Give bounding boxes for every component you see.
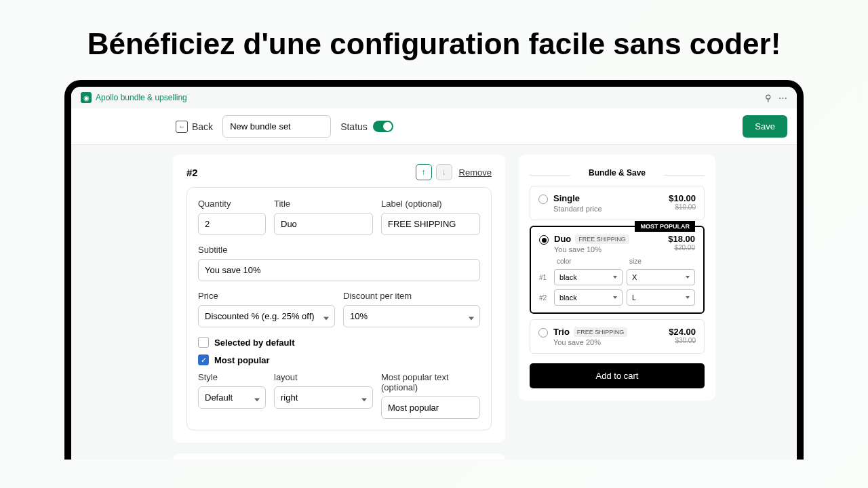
brand-icon: ◉ [81, 92, 92, 103]
option-price: $10.00 [669, 193, 696, 203]
option-old-price: $10.00 [669, 203, 696, 211]
popular-checkbox-label: Most popular [214, 355, 270, 365]
title-input[interactable] [274, 213, 373, 235]
label-label: Label (optional) [381, 199, 480, 209]
toolbar: ← Back Status Save [71, 108, 797, 145]
header-actions: ⚲ ⋯ [765, 93, 787, 103]
radio-icon [538, 195, 548, 204]
variant-index: #1 [539, 274, 550, 281]
bundle-card-2: #2 ↑ ↓ Remove Quantity Title Label (opti… [173, 155, 505, 443]
add-to-cart-button[interactable]: Add to cart [530, 363, 705, 388]
variant-size-select[interactable]: L [627, 289, 695, 306]
app-screen: ◉ Apollo bundle & upselling ⚲ ⋯ ← Back S… [71, 87, 797, 460]
status-label: Status [340, 121, 368, 132]
preview-card: Bundle & Save Single Standard price $10.… [519, 155, 715, 401]
save-button[interactable]: Save [743, 115, 787, 138]
variant-color-select[interactable]: black [554, 289, 623, 306]
more-icon[interactable]: ⋯ [778, 93, 787, 103]
option-name: Single [553, 193, 580, 203]
preview-option-single[interactable]: Single Standard price $10.00 $10.00 [530, 186, 705, 220]
discount-field: Discount per item 10% [343, 291, 480, 327]
status-group: Status [340, 121, 393, 132]
label-input[interactable] [381, 213, 480, 235]
variant-row-2: #2 black L [539, 289, 695, 306]
layout-label: layout [274, 372, 373, 382]
brand-name: Apollo bundle & upselling [96, 93, 187, 102]
mpt-field: Most popular text (optional) [381, 372, 480, 419]
radio-icon [538, 328, 548, 338]
discount-select[interactable]: 10% [343, 305, 480, 327]
style-field: Style Default [198, 372, 266, 419]
option-subtitle: You save 10% [554, 245, 663, 253]
preview-column: Bundle & Save Single Standard price $10.… [519, 155, 715, 460]
card-header: #3 ↑ Remove [173, 453, 505, 460]
option-name: Duo [554, 234, 571, 244]
mpt-input[interactable] [381, 396, 480, 419]
title-label: Title [274, 199, 373, 209]
option-subtitle: Standard price [553, 205, 663, 213]
device-frame: ◉ Apollo bundle & upselling ⚲ ⋯ ← Back S… [64, 80, 804, 460]
status-toggle[interactable] [373, 121, 393, 132]
popular-checkbox[interactable]: ✓ [198, 354, 209, 365]
move-down-button[interactable]: ↓ [436, 164, 452, 180]
quantity-label: Quantity [198, 199, 266, 209]
pin-icon[interactable]: ⚲ [765, 93, 772, 103]
default-checkbox-row: Selected by default [198, 337, 480, 348]
card-number: #2 [186, 167, 198, 178]
preview-title: Bundle & Save [530, 164, 705, 186]
discount-label: Discount per item [343, 291, 480, 301]
layout-field: layout right [274, 372, 373, 419]
editor-column: #2 ↑ ↓ Remove Quantity Title Label (opti… [173, 155, 505, 460]
bundle-name-input[interactable] [222, 115, 331, 138]
variant-color-header: color [554, 258, 623, 265]
back-icon: ← [176, 121, 188, 133]
subtitle-label: Subtitle [198, 245, 480, 255]
option-name: Trio [553, 327, 570, 337]
option-subtitle: You save 20% [553, 338, 663, 346]
preview-option-duo[interactable]: MOST POPULAR Duo FREE SHIPPING You save … [530, 226, 705, 314]
radio-icon [539, 235, 549, 245]
option-old-price: $20.00 [668, 244, 695, 251]
mpt-label: Most popular text (optional) [381, 372, 480, 392]
card-header: #2 ↑ ↓ Remove [173, 155, 505, 187]
price-label: Price [198, 291, 335, 301]
layout-select[interactable]: right [274, 386, 373, 409]
variant-size-select[interactable]: X [627, 269, 695, 285]
variant-color-select[interactable]: black [554, 269, 623, 285]
style-select[interactable]: Default [198, 386, 266, 409]
option-old-price: $30.00 [669, 337, 696, 344]
label-field: Label (optional) [381, 199, 480, 235]
form-box: Quantity Title Label (optional) Subtitle… [186, 187, 492, 430]
popular-checkbox-row: ✓ Most popular [198, 354, 480, 365]
shipping-badge: FREE SHIPPING [575, 235, 629, 244]
default-checkbox[interactable] [198, 337, 209, 348]
variant-index: #2 [539, 294, 550, 302]
option-price: $24.00 [669, 327, 696, 337]
variant-size-header: size [627, 258, 695, 265]
shipping-badge: FREE SHIPPING [574, 327, 628, 337]
bundle-card-3: #3 ↑ Remove [173, 453, 505, 460]
content-area: #2 ↑ ↓ Remove Quantity Title Label (opti… [71, 145, 797, 460]
style-label: Style [198, 372, 266, 382]
card-actions: ↑ ↓ Remove [416, 164, 492, 180]
quantity-input[interactable] [198, 213, 266, 235]
price-select[interactable]: Discounted % (e.g. 25% off) [198, 305, 335, 327]
subtitle-input[interactable] [198, 259, 480, 281]
remove-link[interactable]: Remove [459, 167, 492, 178]
preview-option-trio[interactable]: Trio FREE SHIPPING You save 20% $24.00 $… [530, 319, 705, 354]
price-field: Price Discounted % (e.g. 25% off) [198, 291, 335, 327]
app-header: ◉ Apollo bundle & upselling ⚲ ⋯ [71, 87, 797, 108]
quantity-field: Quantity [198, 199, 266, 235]
move-up-button[interactable]: ↑ [416, 164, 432, 180]
back-label: Back [192, 121, 213, 132]
subtitle-field: Subtitle [198, 245, 480, 281]
back-button[interactable]: ← Back [176, 121, 213, 133]
option-price: $18.00 [668, 234, 695, 244]
variant-row-1: #1 black X [539, 269, 695, 285]
hero-headline: Bénéficiez d'une configuration facile sa… [0, 0, 868, 80]
default-checkbox-label: Selected by default [214, 338, 294, 348]
app-brand: ◉ Apollo bundle & upselling [81, 92, 187, 103]
title-field: Title [274, 199, 373, 235]
popular-tag: MOST POPULAR [635, 221, 695, 232]
